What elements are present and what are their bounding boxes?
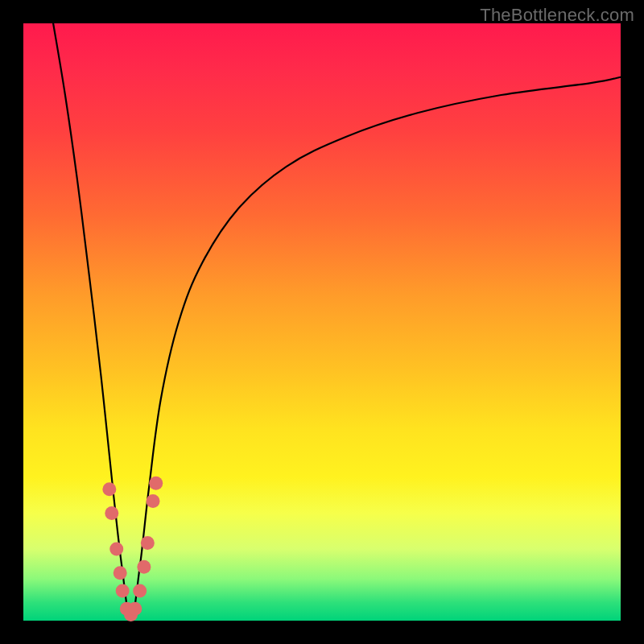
highlight-marker xyxy=(109,542,123,555)
watermark-label: TheBottleneck.com xyxy=(480,5,634,26)
highlight-marker xyxy=(128,602,142,616)
chart-frame: TheBottleneck.com xyxy=(0,0,644,644)
highlight-marker xyxy=(141,536,155,550)
highlight-marker xyxy=(147,494,160,508)
highlight-marker xyxy=(149,477,163,490)
highlight-marker xyxy=(102,482,116,496)
curve-layer xyxy=(23,23,621,621)
highlight-marker xyxy=(137,560,151,574)
highlight-marker xyxy=(114,566,127,580)
highlight-marker xyxy=(116,584,130,597)
highlight-marker xyxy=(105,506,118,520)
highlight-marker xyxy=(133,584,147,597)
marker-group xyxy=(102,477,163,621)
bottleneck-curve xyxy=(53,23,621,621)
plot-area xyxy=(23,23,621,621)
